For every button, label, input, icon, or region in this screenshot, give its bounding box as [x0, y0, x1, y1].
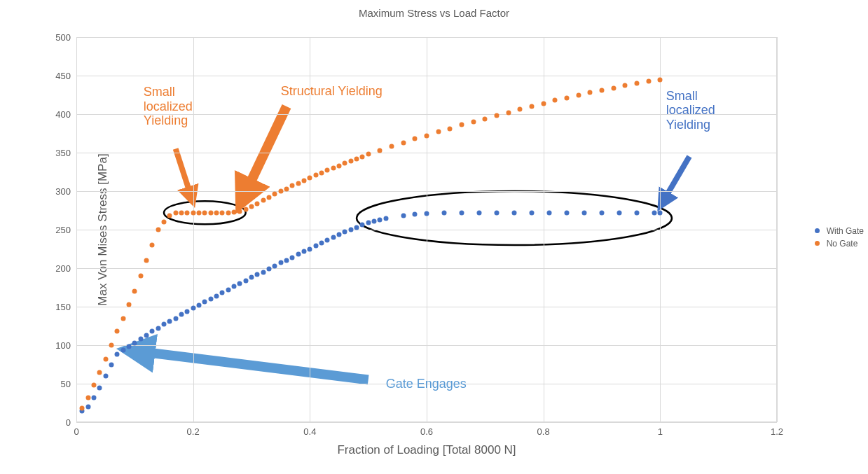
- data-point: [278, 260, 283, 265]
- data-point: [600, 210, 605, 215]
- data-point: [120, 316, 125, 321]
- data-point: [541, 101, 546, 106]
- data-point: [179, 210, 184, 215]
- y-tick-label: 150: [1, 302, 71, 312]
- data-point: [506, 110, 511, 115]
- data-point: [588, 90, 593, 95]
- data-point: [197, 210, 202, 215]
- grid-line-h: [76, 153, 777, 153]
- y-tick-label: 300: [1, 186, 71, 197]
- data-point: [442, 210, 447, 215]
- data-point: [652, 210, 657, 215]
- data-point: [138, 337, 143, 342]
- data-point: [103, 356, 108, 361]
- data-point: [658, 77, 663, 82]
- data-point: [448, 126, 453, 131]
- data-point: [477, 210, 482, 215]
- data-point: [360, 223, 365, 228]
- data-point: [471, 120, 476, 125]
- data-point: [366, 152, 371, 157]
- data-point: [337, 163, 342, 168]
- data-point: [378, 148, 383, 153]
- data-point: [109, 362, 114, 367]
- data-point: [144, 258, 149, 263]
- data-point: [302, 249, 307, 253]
- data-point: [296, 252, 301, 257]
- data-point: [553, 98, 558, 103]
- data-point: [167, 319, 172, 323]
- data-point: [208, 210, 213, 215]
- legend-dot-icon: [815, 228, 820, 233]
- data-point: [302, 178, 307, 183]
- data-point: [343, 230, 347, 235]
- data-point: [226, 287, 230, 292]
- data-point: [197, 302, 202, 307]
- data-point: [366, 221, 371, 225]
- data-point: [495, 113, 500, 118]
- data-point: [115, 352, 120, 357]
- data-point: [483, 116, 488, 121]
- x-tick-label: 0.2: [187, 426, 200, 437]
- grid-line-h: [76, 230, 777, 230]
- chart-root: Maximum Stress vs Load Factor Max Von Mi…: [0, 0, 868, 474]
- data-point: [120, 347, 125, 352]
- data-point: [214, 293, 219, 298]
- grid-line-h: [76, 37, 777, 38]
- data-point: [658, 210, 663, 215]
- grid-line-h: [76, 191, 777, 192]
- data-point: [319, 170, 324, 175]
- data-point: [103, 374, 108, 379]
- legend-item-no-gate: No Gate: [811, 239, 864, 249]
- data-point: [85, 405, 90, 410]
- plot-area: Max Von Mises Stress [MPa] Fraction of L…: [76, 37, 777, 422]
- data-point: [284, 186, 289, 191]
- data-point: [308, 176, 312, 181]
- data-point: [237, 209, 242, 214]
- grid-line-h: [76, 268, 777, 269]
- data-point: [518, 107, 523, 112]
- data-point: [220, 210, 225, 215]
- data-point: [635, 81, 640, 86]
- data-point: [313, 244, 318, 249]
- y-tick-label: 100: [1, 340, 71, 351]
- data-point: [646, 78, 651, 83]
- legend-label: No Gate: [827, 239, 858, 249]
- data-point: [273, 263, 277, 268]
- annotation-gate-engages: Gate Engages: [386, 377, 467, 391]
- data-point: [249, 275, 254, 280]
- data-point: [173, 210, 178, 215]
- x-tick-label: 1: [658, 426, 663, 437]
- data-point: [132, 340, 137, 345]
- legend-label: With Gate: [827, 226, 864, 236]
- x-tick-label: 1.2: [771, 426, 783, 437]
- chart-title: Maximum Stress vs Load Factor: [0, 7, 868, 19]
- data-point: [267, 267, 272, 272]
- data-point: [115, 329, 120, 334]
- data-point: [127, 344, 132, 349]
- data-point: [191, 210, 195, 215]
- data-point: [214, 210, 219, 215]
- data-point: [348, 159, 353, 164]
- x-tick-label: 0.8: [537, 426, 550, 437]
- data-point: [226, 210, 230, 215]
- data-point: [162, 220, 167, 225]
- grid-line-h: [76, 422, 777, 423]
- data-point: [617, 210, 622, 215]
- data-point: [547, 210, 552, 215]
- legend-dot-icon: [815, 241, 820, 246]
- y-tick-label: 450: [1, 71, 71, 81]
- data-point: [144, 333, 149, 337]
- grid-line-h: [76, 345, 777, 346]
- data-point: [138, 274, 143, 279]
- data-point: [383, 216, 388, 221]
- data-point: [600, 88, 605, 92]
- data-point: [413, 137, 418, 141]
- data-point: [150, 329, 155, 334]
- x-tick-label: 0.4: [303, 426, 316, 437]
- data-point: [401, 140, 406, 145]
- data-point: [313, 172, 318, 177]
- data-point: [296, 181, 301, 186]
- data-point: [255, 272, 260, 277]
- data-point: [185, 210, 190, 215]
- y-tick-label: 350: [1, 148, 71, 158]
